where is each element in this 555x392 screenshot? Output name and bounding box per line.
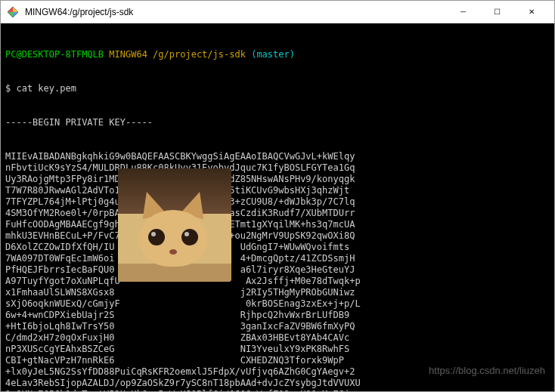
maximize-button[interactable]: ☐	[480, 1, 514, 23]
command-line: $ cat key.pem	[5, 83, 550, 94]
pem-body: MIIEvAIBADANBgkqhkiG9w0BAQEFAASCBKYwggSi…	[5, 151, 550, 391]
prompt-branch: (master)	[251, 49, 295, 60]
pem-line: C/dmd2xH7z0qOxFuxjH0 ZBAx03HBEvt8YAb4CAV…	[5, 332, 550, 344]
app-icon	[7, 6, 19, 18]
prompt-path: /g/project/js-sdk	[153, 49, 246, 60]
pem-line: x1FmhaaUlSLWNS8XGsx8 j2RIy5THgMyPRObGUNi…	[5, 287, 550, 298]
prompt-line: PC@DESKTOP-8TFMQLB MINGW64 /g/project/js…	[5, 49, 550, 60]
pem-line: FuHfcOODAgMBAAECgf9ghJ7tCvQwRaQvepSN69f/…	[5, 219, 550, 230]
close-button[interactable]: ✕	[514, 1, 548, 23]
pem-line: A97TuyfYgot7oXuNPLqfU Ax2Jsffj+M0e78dTwq…	[5, 276, 550, 287]
pem-line: T7W7R80JRwwAGl2AdVTo1w3K4qzKS2Li0OhCqgD3…	[5, 185, 550, 196]
pem-line: 1c9KNo7656b1dpTrwtY52UuKkGnq5sWqKJQ5lfGi…	[5, 389, 550, 391]
window-title: MINGW64:/g/project/js-sdk	[25, 7, 446, 17]
pem-line: D6XolZCZOwIDfXfQH/IU UdGngI7+WUwWQvoifmt…	[5, 242, 550, 253]
command-text: cat key.pem	[16, 83, 76, 94]
pem-line: sXjO6oqknWUExQ/cGmjyF 0krBOSEnag3zxEx+j+…	[5, 298, 550, 310]
pem-line: 6w+4+wnCDPXiebUajr2S RjhpcQ2hvWxrBrLUfDB…	[5, 310, 550, 321]
minimize-button[interactable]: ─	[446, 1, 480, 23]
overlay-cat-image	[118, 168, 231, 282]
pem-line: MIIEvAIBADANBgkqhkiG9w0BAQEFAASCBKYwggSi…	[5, 151, 550, 162]
pem-line: 4SM3OfYM2Roe0l+/0rpBAFSwTAsK0pu1UzZHkPBo…	[5, 208, 550, 219]
window: MINGW64:/g/project/js-sdk ─ ☐ ✕ PC@DESKT…	[0, 0, 555, 392]
pem-line: nP3XUScCgYEAhxBSZCeG NI3YveulxY9xPK8RwhF…	[5, 344, 550, 355]
pem-begin: -----BEGIN PRIVATE KEY-----	[5, 117, 550, 128]
pem-line: +HtI6bjoLqh8IwTrsY50 3ganIxcFaZV9BW6fmXy…	[5, 321, 550, 332]
watermark: https://blog.csdn.net/liuzeh	[429, 365, 545, 376]
pem-line: mhkU3EVHnBECuL+P/FvC7hB6+RooX4E/Rl18WWDf…	[5, 230, 550, 242]
pem-line: 4eLav3RebSIjopAZALDJ/op9ZaOSkZ9r7ySC8nT1…	[5, 378, 550, 389]
pem-line: 7WA097DT0WFqEc1mW6oi 4+DmcgQptz/41ZCDSsm…	[5, 253, 550, 264]
prompt-user-host: PC@DESKTOP-8TFMQLB	[5, 49, 104, 60]
terminal[interactable]: PC@DESKTOP-8TFMQLB MINGW64 /g/project/js…	[1, 23, 554, 391]
prompt-env: MINGW64	[109, 49, 147, 60]
svg-marker-4	[8, 7, 13, 12]
pem-line: Uy3RAojgMtp3FPy8ir1MDSK7t7i4sXmvs4bvSzUI…	[5, 174, 550, 185]
prompt-dollar: $	[5, 83, 11, 94]
pem-line: nFbvtiUcK9sYzS4/MULDRDLu88Kc08kUvv31Eyob…	[5, 162, 550, 174]
pem-line: 7TFYZPL764jM+lPtj0g4uRNosLoKkmOJAWA+TvLG…	[5, 196, 550, 208]
pem-line: PfHQEJFbrrsIecBaFQU0 a6l7iryr8Xqe3HeGteu…	[5, 264, 550, 276]
svg-marker-2	[13, 12, 18, 17]
titlebar[interactable]: MINGW64:/g/project/js-sdk ─ ☐ ✕	[1, 1, 554, 23]
